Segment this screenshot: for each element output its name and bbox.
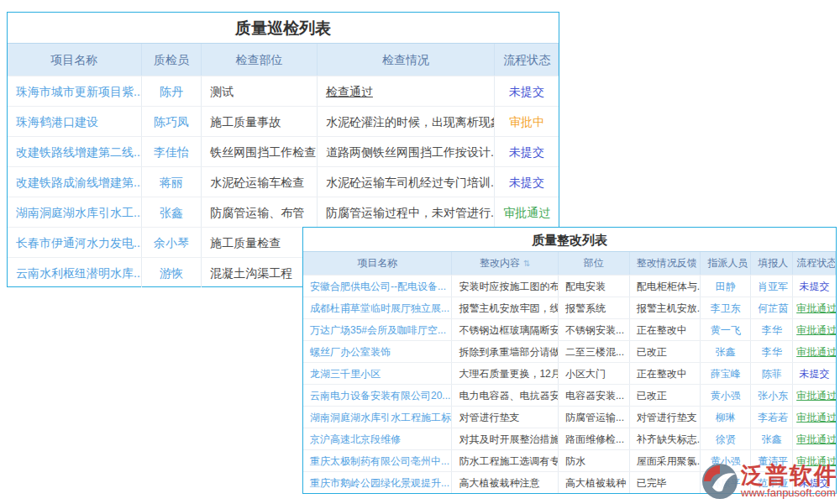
- project-link[interactable]: 珠海鹤港口建设: [8, 107, 142, 136]
- inspector-link[interactable]: 游恢: [142, 258, 202, 287]
- inspection-table-header: 项目名称 质检员 检查部位 检查情况 流程状态: [8, 44, 559, 76]
- header-assignee: 指派人员: [701, 252, 751, 275]
- table-row: 珠海鹤港口建设 陈巧凤 施工质量事故 水泥砼灌注的时候，出现离析现象 审批中: [8, 106, 559, 136]
- status-badge[interactable]: 未提交: [495, 76, 559, 106]
- assignee-link[interactable]: 黄一飞: [701, 319, 751, 340]
- header-project: 项目名称: [303, 252, 452, 275]
- part-cell: 铁丝网围挡工作检查: [202, 137, 318, 166]
- table-row: 改建铁路线增建第二线... 李佳怡 铁丝网围挡工作检查 道路两侧铁丝网围挡工作按…: [8, 136, 559, 166]
- status-badge[interactable]: 审批中: [495, 107, 559, 136]
- reporter-link[interactable]: 李华: [751, 319, 793, 340]
- inspector-link[interactable]: 余小琴: [142, 228, 202, 257]
- part-cell: 测试: [202, 76, 318, 106]
- content-cell: 拆除到承重墙部分请做好加固...: [452, 341, 559, 362]
- assignee-link[interactable]: 薛宝峰: [701, 363, 751, 384]
- assignee-link[interactable]: 张鑫: [701, 341, 751, 362]
- table-row: 万达广场35#会所及咖啡厅空... 不锈钢边框玻璃隔断安装不牢... 不锈钢安装…: [303, 318, 836, 340]
- status-badge[interactable]: 未提交: [495, 167, 559, 197]
- inspector-link[interactable]: 陈巧凤: [142, 107, 202, 136]
- reporter-link[interactable]: 何芷茵: [751, 297, 793, 318]
- feedback-cell: 对管进行垫支: [630, 407, 701, 428]
- status-badge[interactable]: 未提交: [793, 276, 836, 297]
- project-link[interactable]: 万达广场35#会所及咖啡厅空...: [303, 319, 452, 340]
- project-link[interactable]: 湖南洞庭湖水库引水工程施工标: [303, 407, 452, 428]
- table-row: 螺丝厂办公室装饰 拆除到承重墙部分请做好加固... 二至三楼混... 已改正 张…: [303, 340, 836, 362]
- reporter-link[interactable]: 李若若: [751, 407, 793, 428]
- table-row: 云南电力设备安装有限公司20... 电力电容器、电抗器安装方案,... 电容器安…: [303, 384, 836, 406]
- project-link[interactable]: 改建铁路线增建第二线...: [8, 137, 142, 166]
- inspector-link[interactable]: 陈丹: [142, 76, 202, 106]
- feedback-cell: 正在整改中: [630, 363, 701, 384]
- part-cell: 配电安装: [559, 276, 630, 297]
- part-cell: 高大植被栽种: [559, 472, 630, 493]
- project-link[interactable]: 云南电力设备安装有限公司20...: [303, 385, 452, 406]
- content-cell: 防水工程施工选调有专业资质...: [452, 450, 559, 471]
- project-link[interactable]: 珠海市城市更新项目紫...: [8, 76, 142, 106]
- table-row: 京沪高速北京段维修 对其及时开展整治措施，桥头... 路面维修检... 补齐缺失…: [303, 428, 836, 449]
- header-part: 检查部位: [202, 44, 318, 76]
- status-badge[interactable]: 审批通过: [793, 385, 836, 406]
- feedback-cell: 屋面采用聚氯...: [630, 450, 701, 471]
- header-situation: 检查情况: [318, 44, 495, 76]
- status-badge[interactable]: 审批通过: [793, 341, 836, 362]
- status-badge[interactable]: 审批通过: [793, 297, 836, 318]
- inspector-link[interactable]: 张鑫: [142, 197, 202, 227]
- project-link[interactable]: 改建铁路成渝线增建第...: [8, 167, 142, 197]
- reporter-link[interactable]: 肖亚军: [751, 276, 793, 297]
- part-cell: 电容器安装...: [559, 385, 630, 406]
- project-link[interactable]: 成都杜甫草堂临时展厅独立展...: [303, 297, 452, 318]
- situation-cell: 水泥砼灌注的时候，出现离析现象: [318, 107, 495, 136]
- table-row: 改建铁路成渝线增建第... 蒋丽 水泥砼运输车检查 水泥砼运输车司机经过专门培训…: [8, 166, 559, 197]
- assignee-link[interactable]: 徐贤: [701, 428, 751, 449]
- table-row: 龙湖三千里小区 大理石质量更换，12月31日之... 小区大门 正在整改中 薛宝…: [303, 362, 836, 384]
- assignee-link[interactable]: 黄小强: [701, 385, 751, 406]
- header-status: 流程状态: [495, 44, 559, 76]
- status-badge[interactable]: 审批通过: [793, 428, 836, 449]
- project-link[interactable]: 湖南洞庭湖水库引水工...: [8, 197, 142, 227]
- reporter-link[interactable]: 张小东: [751, 385, 793, 406]
- assignee-link[interactable]: 李卫东: [701, 297, 751, 318]
- content-cell: 高大植被栽种注意: [452, 472, 559, 493]
- header-feedback: 整改情况反馈: [630, 252, 701, 275]
- watermark-brand: 泛普软件: [741, 465, 838, 486]
- header-content[interactable]: 整改内容⇅: [452, 252, 559, 275]
- reporter-link[interactable]: 李华: [751, 341, 793, 362]
- situation-cell: 水泥砼运输车司机经过专门培训...: [318, 167, 495, 197]
- situation-cell: 道路两侧铁丝网围挡工作按设计...: [318, 137, 495, 166]
- assignee-link[interactable]: 柳琳: [701, 407, 751, 428]
- project-link[interactable]: 云南水利枢纽潜明水库...: [8, 258, 142, 287]
- part-cell: 报警系统: [559, 297, 630, 318]
- status-badge[interactable]: 审批通过: [793, 319, 836, 340]
- header-part: 部位: [559, 252, 630, 275]
- status-badge[interactable]: 未提交: [495, 137, 559, 166]
- header-reporter: 填报人: [751, 252, 793, 275]
- content-cell: 电力电容器、电抗器安装方案,...: [452, 385, 559, 406]
- project-link[interactable]: 重庆市鹅岭公园绿化景观提升...: [303, 472, 452, 493]
- status-badge[interactable]: 未提交: [793, 363, 836, 384]
- table-row: 成都杜甫草堂临时展厅独立展... 报警主机安放牢固，线缆连接... 报警系统 报…: [303, 297, 836, 318]
- watermark-url: www.fanpusoft.com: [741, 486, 838, 499]
- part-cell: 不锈钢安装...: [559, 319, 630, 340]
- table-row: 珠海市城市更新项目紫... 陈丹 测试 检查通过 未提交: [8, 76, 559, 106]
- feedback-cell: 已改正: [630, 385, 701, 406]
- inspector-link[interactable]: 蒋丽: [142, 167, 202, 197]
- header-project: 项目名称: [8, 44, 142, 76]
- reporter-link[interactable]: 张鑫: [751, 428, 793, 449]
- part-cell: 防腐管运输、布管: [202, 197, 318, 227]
- project-link[interactable]: 龙湖三千里小区: [303, 363, 452, 384]
- status-badge[interactable]: 审批通过: [793, 407, 836, 428]
- part-cell: 二至三楼混...: [559, 341, 630, 362]
- reporter-link[interactable]: 陈菲: [751, 363, 793, 384]
- feedback-cell: 补齐缺失标志...: [630, 428, 701, 449]
- project-link[interactable]: 长春市伊通河水力发电...: [8, 228, 142, 257]
- project-link[interactable]: 重庆太极制药有限公司亳州中...: [303, 450, 452, 471]
- sort-icon[interactable]: ⇅: [523, 259, 530, 268]
- inspector-link[interactable]: 李佳怡: [142, 137, 202, 166]
- status-badge[interactable]: 审批通过: [495, 197, 559, 227]
- assignee-link[interactable]: 田静: [701, 276, 751, 297]
- project-link[interactable]: 京沪高速北京段维修: [303, 428, 452, 449]
- content-cell: 不锈钢边框玻璃隔断安装不牢...: [452, 319, 559, 340]
- project-link[interactable]: 安徽合肥供电公司--配电设备...: [303, 276, 452, 297]
- table-row: 安徽合肥供电公司--配电设备... 安装时应按施工图的布置，将... 配电安装 …: [303, 275, 836, 297]
- project-link[interactable]: 螺丝厂办公室装饰: [303, 341, 452, 362]
